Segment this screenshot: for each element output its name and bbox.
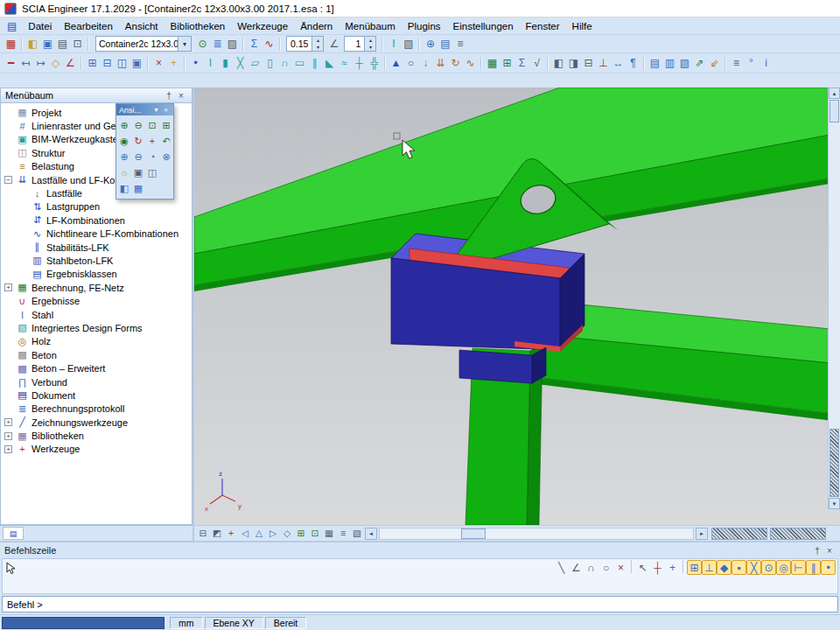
- pin-icon[interactable]: †: [163, 91, 175, 101]
- vertical-scroll-thumb[interactable]: [830, 100, 839, 122]
- tree-item-verbund[interactable]: ∏Verbund: [1, 375, 192, 388]
- copy-view-icon[interactable]: ◫: [145, 164, 159, 180]
- circle-icon[interactable]: ○: [598, 560, 613, 575]
- polyline-icon[interactable]: ∠: [569, 560, 584, 575]
- tree-item-nichtlineare-lf-kombinationen[interactable]: ∿Nichtlineare LF-Kombinationen: [1, 228, 192, 241]
- ansicht-palette-header[interactable]: Ansi... ▾ ×: [116, 104, 173, 116]
- center-snap-icon[interactable]: ⊙: [761, 560, 776, 575]
- table-icon[interactable]: ▤: [648, 56, 662, 71]
- plus-expander-icon[interactable]: +: [4, 284, 12, 291]
- options-icon[interactable]: ≡: [729, 56, 744, 71]
- tree-item-ergebnisklassen[interactable]: ▤Ergebnisklassen: [1, 268, 192, 281]
- view-settings-icon[interactable]: ▨: [225, 37, 240, 52]
- magnify-in-icon[interactable]: ⊕: [117, 149, 131, 164]
- chevron-down-icon[interactable]: ▾: [178, 37, 191, 51]
- ortho-icon[interactable]: ⊥: [702, 560, 717, 575]
- command-input[interactable]: Befehl >: [2, 596, 838, 612]
- dimension-line-icon[interactable]: ↔: [611, 56, 626, 71]
- befehlszeile-header[interactable]: Befehlszeile † ×: [0, 542, 840, 558]
- tree-item-werkzeuge[interactable]: ++Werkzeuge: [1, 443, 192, 456]
- intersection-snap-icon[interactable]: ╳: [746, 560, 761, 575]
- extend-left-icon[interactable]: ↤: [18, 56, 33, 71]
- tree-item-lastgruppen[interactable]: ⇅Lastgruppen: [1, 200, 192, 214]
- extend-right-icon[interactable]: ↦: [33, 56, 48, 71]
- coordinates-icon[interactable]: +: [665, 560, 680, 575]
- close-icon[interactable]: ×: [175, 91, 187, 101]
- work-plane-icon[interactable]: ◇: [48, 56, 63, 71]
- horizontal-scroll-track[interactable]: [379, 528, 694, 540]
- gallery-icon[interactable]: ▧: [677, 56, 692, 71]
- count-spinner[interactable]: 1 ▴▾: [344, 36, 376, 52]
- pin-icon[interactable]: †: [811, 546, 823, 556]
- zoom-selection-icon[interactable]: ◉: [117, 133, 131, 149]
- view-z-icon[interactable]: ▷: [266, 527, 280, 541]
- check-icon[interactable]: √: [529, 56, 544, 71]
- tree-item-zeichnungswerkzeuge[interactable]: +╱Zeichnungswerkzeuge: [1, 416, 192, 429]
- wireframe-icon[interactable]: ⊟: [196, 527, 210, 541]
- parallel-snap-icon[interactable]: ∥: [806, 560, 821, 575]
- units-indicator[interactable]: mm: [170, 617, 203, 629]
- animation-scrollbar-right[interactable]: [770, 528, 826, 540]
- 3d-scene[interactable]: z x y ▲ ▼: [194, 88, 840, 525]
- spin-down-icon[interactable]: ▾: [312, 44, 323, 51]
- screenshot-icon[interactable]: ▣: [131, 164, 145, 180]
- axes-toggle-icon[interactable]: +: [224, 527, 238, 541]
- plus-expander-icon[interactable]: +: [4, 445, 12, 453]
- scroll-left-icon[interactable]: ◄: [365, 528, 377, 540]
- angle-ref-icon[interactable]: ∠: [63, 56, 78, 71]
- menu-item-datei[interactable]: Datei: [22, 19, 58, 33]
- tree-item-beton-erweitert[interactable]: ▩Beton – Erweitert: [1, 361, 192, 374]
- scroll-down-icon[interactable]: ▼: [829, 498, 840, 509]
- view-window-icon[interactable]: ▦: [131, 180, 145, 196]
- calculation-icon[interactable]: Σ: [247, 37, 262, 52]
- tree-item-holz[interactable]: ◎Holz: [1, 335, 192, 348]
- magnify-region-icon[interactable]: ◔: [145, 149, 159, 164]
- horizontal-scroll-thumb[interactable]: [461, 528, 486, 539]
- ucs-icon[interactable]: ⊥: [596, 56, 611, 71]
- panel-tab-menubaum[interactable]: ▤: [3, 527, 24, 540]
- project-item-combo[interactable]: Container2c 12x3.0 ▾: [95, 36, 192, 52]
- midpoint-snap-icon[interactable]: ◆: [717, 560, 732, 575]
- mdi-document-icon[interactable]: ▤: [2, 20, 22, 32]
- angle-icon[interactable]: ∠: [326, 37, 341, 52]
- preview-icon[interactable]: ⊡: [70, 37, 85, 52]
- line-load-icon[interactable]: ⇊: [433, 56, 448, 71]
- previous-view-icon[interactable]: ↶: [159, 133, 173, 149]
- minus-expander-icon[interactable]: −: [4, 176, 12, 184]
- connect-members-icon[interactable]: ╬: [367, 56, 382, 71]
- plane-indicator[interactable]: Ebene XY: [205, 617, 263, 629]
- copy-icon[interactable]: ⊞: [85, 56, 100, 71]
- cross-section-icon[interactable]: I: [386, 37, 401, 52]
- arc-icon[interactable]: ∩: [584, 560, 598, 575]
- zoom-all-icon[interactable]: ⊞: [159, 117, 173, 133]
- save-icon[interactable]: ▣: [40, 37, 55, 52]
- cross-link-icon[interactable]: ┼: [352, 56, 367, 71]
- units-icon[interactable]: °: [744, 56, 759, 71]
- clipboard-icon[interactable]: ◫: [115, 56, 130, 71]
- menu-item-menbaum[interactable]: Menübaum: [339, 19, 402, 33]
- tree-item-bibliotheken[interactable]: +▦Bibliotheken: [1, 429, 192, 442]
- open-icon[interactable]: ◧: [25, 37, 40, 52]
- results-curve-icon[interactable]: ∿: [262, 37, 276, 52]
- new-project-icon[interactable]: ▦: [4, 37, 18, 52]
- mesh-icon[interactable]: ▦: [485, 56, 500, 71]
- menu-item-ndern[interactable]: Ändern: [294, 19, 339, 33]
- menu-item-plugins[interactable]: Plugins: [402, 19, 447, 33]
- endpoint-snap-icon[interactable]: ▪: [732, 560, 746, 575]
- document-icon[interactable]: ▥: [662, 56, 677, 71]
- spin-up-icon[interactable]: ▴: [365, 37, 375, 44]
- plate-icon[interactable]: ▱: [248, 56, 262, 71]
- text-note-icon[interactable]: ¶: [626, 56, 640, 71]
- zoom-out-icon[interactable]: ⊖: [131, 117, 145, 133]
- grid-snap-icon[interactable]: ⊞: [687, 560, 702, 575]
- menubaum-panel-header[interactable]: Menübaum † ×: [0, 88, 192, 103]
- haunch-icon[interactable]: ◣: [322, 56, 337, 71]
- chevron-down-icon[interactable]: ▾: [151, 106, 161, 114]
- spin-up-icon[interactable]: ▴: [312, 37, 323, 44]
- preferences-icon[interactable]: ≡: [452, 37, 467, 52]
- zoom-tool-icon[interactable]: ⊕: [423, 37, 438, 52]
- vertical-scroll-track[interactable]: [829, 123, 840, 428]
- draw-line-icon[interactable]: ╲: [554, 560, 569, 575]
- tree-item-berechnungsprotokoll[interactable]: ≣Berechnungsprotokoll: [1, 402, 192, 416]
- export-icon[interactable]: ⇗: [692, 56, 707, 71]
